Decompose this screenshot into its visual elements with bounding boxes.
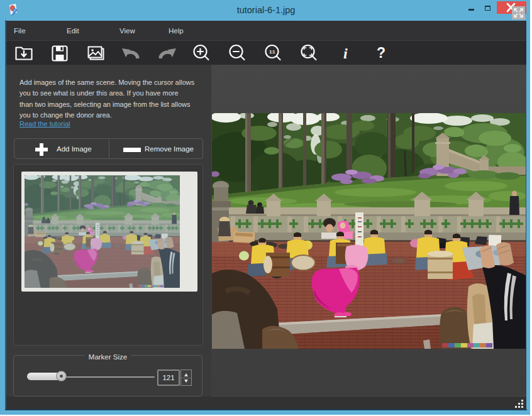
svg-text:i: i <box>343 45 348 62</box>
svg-text:1:1: 1:1 <box>269 50 275 54</box>
svg-text:?: ? <box>377 45 385 61</box>
